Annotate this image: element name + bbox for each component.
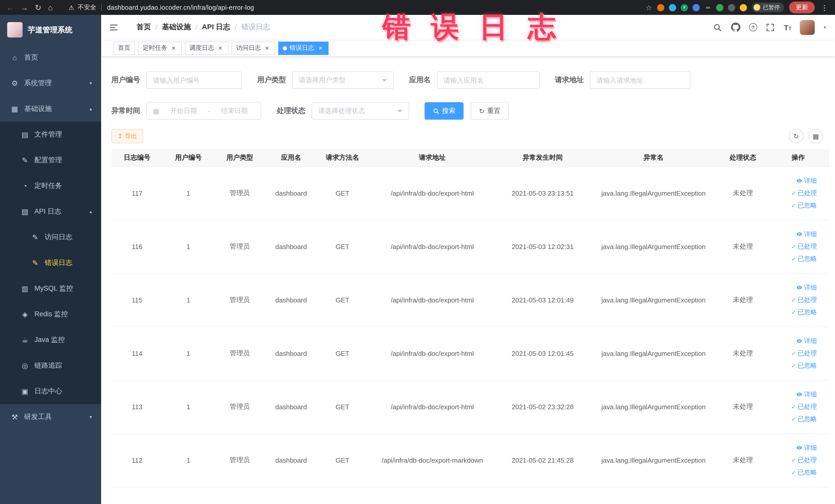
sidebar-item[interactable]: ☕ Java 监控 [0, 327, 101, 353]
process-status-label: 处理状态 [277, 106, 305, 116]
browser-home-icon[interactable]: ⌂ [48, 4, 53, 11]
view-tab[interactable]: 首页 × [114, 41, 135, 55]
view-tab[interactable]: 访问日志 × [231, 41, 275, 55]
mark-processed-link[interactable]: ✓ 已处理 [791, 189, 817, 198]
refresh-icon: ↻ [479, 107, 485, 114]
exception-time-range-picker[interactable]: ▦ 开始日期 - 结束日期 [146, 102, 261, 120]
user-avatar[interactable] [800, 20, 815, 35]
mark-ignored-link[interactable]: ✓ 已忽略 [791, 361, 817, 370]
breadcrumb-item[interactable]: 首页 [137, 23, 151, 32]
tab-close-icon[interactable]: × [170, 44, 177, 52]
column-settings-button[interactable]: ▦ [809, 129, 823, 143]
breadcrumb-item[interactable]: 错误日志 [241, 23, 270, 32]
mark-ignored-link[interactable]: ✓ 已忽略 [791, 308, 817, 317]
sidebar-item[interactable]: ✎ 访问日志 [0, 224, 101, 250]
detail-link[interactable]: 详细 [796, 176, 817, 185]
browser-menu-icon[interactable]: ⋮ [820, 3, 829, 12]
bookmark-star-icon[interactable]: ☆ [646, 3, 652, 12]
search-button[interactable]: 搜索 [425, 102, 464, 120]
mark-ignored-link[interactable]: ✓ 已忽略 [791, 255, 817, 263]
sidebar-item[interactable]: ✎ 错误日志 [0, 250, 101, 276]
mark-processed-link[interactable]: ✓ 已处理 [791, 242, 817, 251]
search-icon[interactable] [713, 23, 722, 32]
mysql-monitor-icon: ▥ [21, 284, 29, 293]
cell-status: 未处理 [718, 380, 768, 434]
tab-close-icon[interactable]: × [217, 44, 224, 52]
browser-update-button[interactable]: 更新 [789, 2, 815, 13]
java-monitor-icon: ☕ [21, 336, 29, 344]
forward-icon[interactable]: → [21, 4, 28, 11]
paused-extension-badge[interactable]: 已暂停 [752, 3, 784, 12]
sidebar-item[interactable]: ◎ 链路追踪 [0, 353, 101, 379]
cell-status: 未处理 [718, 273, 768, 327]
filter-row-2: 异常时间 ▦ 开始日期 - 结束日期 处理状态 请选择处理状态 [111, 102, 829, 120]
mark-ignored-link[interactable]: ✓ 已忽略 [791, 468, 817, 477]
cell-method: GET [317, 380, 368, 434]
extension-icon[interactable]: Y [681, 4, 688, 11]
sidebar-item[interactable]: ⚙ 系统管理 ▾ [0, 70, 101, 96]
sidebar-item[interactable]: ✎ 配置管理 [0, 147, 101, 173]
detail-link[interactable]: 详细 [796, 230, 817, 239]
user-type-select[interactable]: 请选择用户类型 [292, 72, 394, 89]
extension-icon[interactable] [728, 4, 735, 11]
fullscreen-icon[interactable] [766, 23, 775, 32]
sidebar-item-label: Java 监控 [34, 335, 65, 345]
extension-icon[interactable] [693, 4, 700, 11]
sidebar-item[interactable]: ▤ 文件管理 [0, 122, 101, 147]
sidebar-item[interactable]: ▣ 日志中心 [0, 379, 101, 404]
table-toolbar: ↥ 导出 ↻ ▦ [111, 129, 829, 143]
tab-close-icon[interactable]: × [317, 44, 324, 52]
view-tab[interactable]: 定时任务 × [138, 41, 182, 55]
github-icon[interactable] [731, 23, 740, 32]
mark-processed-link[interactable]: ✓ 已处理 [791, 349, 817, 358]
mark-ignored-link[interactable]: ✓ 已忽略 [791, 201, 817, 210]
browser-actions: ☆ Y on [646, 2, 829, 13]
detail-link[interactable]: 详细 [796, 443, 817, 452]
extension-icon[interactable] [716, 4, 724, 11]
submenu-arrow-icon: ▾ [89, 81, 92, 86]
refresh-table-button[interactable]: ↻ [789, 129, 803, 143]
reset-button[interactable]: ↻ 重置 [471, 102, 509, 120]
reload-icon[interactable]: ↻ [35, 4, 41, 11]
help-icon[interactable]: ? [749, 23, 757, 31]
detail-link[interactable]: 详细 [796, 337, 817, 345]
extension-icon[interactable]: on [704, 4, 712, 11]
extension-icon[interactable] [669, 4, 676, 11]
view-tab[interactable]: 调度日志 × [185, 41, 228, 55]
sidebar-item[interactable]: ▥ MySQL 监控 [0, 276, 101, 301]
sidebar-item[interactable]: ⌂ 首页 [0, 45, 101, 70]
sidebar-item[interactable]: ▦ 基础设施 ▴ [0, 96, 101, 122]
breadcrumb-item[interactable]: 基础设施 [162, 23, 191, 32]
user-id-label: 用户编号 [111, 76, 140, 85]
mark-ignored-link[interactable]: ✓ 已忽略 [791, 415, 817, 423]
sidebar-item[interactable]: ◈ Redis 监控 [0, 301, 101, 327]
row-actions: 详细 ✓ 已处理 ✓ 已忽略 [771, 230, 826, 263]
sidebar-item-label: 链路追踪 [34, 361, 62, 370]
view-tab[interactable]: 错误日志 × [278, 41, 329, 55]
request-url-input[interactable] [590, 72, 691, 89]
avatar-caret-icon[interactable]: ▾ [824, 25, 826, 30]
breadcrumb-item[interactable]: API 日志 [202, 23, 230, 32]
user-id-input[interactable] [146, 72, 242, 89]
mark-processed-link[interactable]: ✓ 已处理 [791, 402, 817, 411]
cell-app-name: dashboard [265, 273, 317, 327]
detail-link[interactable]: 详细 [796, 283, 817, 292]
check-icon: ✓ [791, 416, 796, 422]
sidebar-item[interactable]: ▧ API 日志 ▴ [0, 199, 101, 224]
font-size-icon[interactable]: TT [784, 23, 791, 31]
app-name-input[interactable] [437, 72, 539, 89]
extension-icon[interactable] [740, 4, 747, 11]
process-status-select[interactable]: 请选择处理状态 [312, 102, 409, 120]
back-icon[interactable]: ← [6, 4, 14, 11]
mark-processed-link[interactable]: ✓ 已处理 [791, 456, 817, 464]
detail-link[interactable]: 详细 [796, 390, 817, 399]
sidebar-item[interactable]: ⚒ 研发工具 ▾ [0, 404, 101, 430]
mark-processed-link[interactable]: ✓ 已处理 [791, 296, 817, 304]
address-bar[interactable]: ⚠ 不安全 dashboard.yudao.iocoder.cn/infra/l… [68, 3, 254, 12]
extension-icon[interactable] [657, 4, 664, 11]
sidebar-toggle-icon[interactable] [109, 23, 119, 32]
sidebar-item[interactable]: ◔ 定时任务 [0, 173, 101, 199]
export-button[interactable]: ↥ 导出 [111, 129, 143, 143]
sidebar-menu: ⌂ 首页 ⚙ 系统管理 ▾ ▦ 基础设施 ▴ [0, 45, 101, 504]
tab-close-icon[interactable]: × [263, 44, 270, 52]
